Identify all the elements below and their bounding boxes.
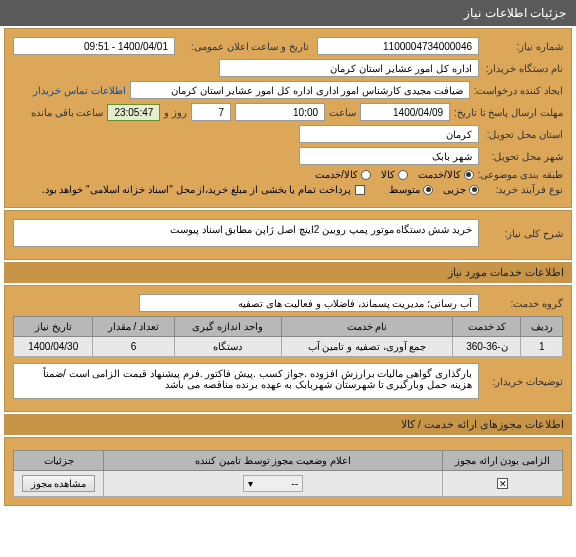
creator-label: ایجاد کننده درخواست: (474, 85, 563, 96)
cell-qty: 6 (93, 337, 174, 357)
city-field[interactable]: شهر بابک (299, 147, 479, 165)
table-header-row: ردیف کد خدمت نام خدمت واحد اندازه گیری ت… (14, 317, 563, 337)
service-group-label: گروه خدمت: (483, 298, 563, 309)
services-table: ردیف کد خدمت نام خدمت واحد اندازه گیری ت… (13, 316, 563, 357)
required-checkbox[interactable] (497, 478, 508, 489)
desc-label: شرح کلی نیاز: (483, 228, 563, 239)
permits-header: اطلاعات مجوزهای ارائه خدمت / کالا (4, 414, 572, 435)
contact-link[interactable]: اطلاعات تماس خریدار (33, 85, 126, 96)
state-field[interactable]: کرمان (299, 125, 479, 143)
time-label: ساعت (329, 107, 356, 118)
state-label: استان محل تحویل: (483, 129, 563, 140)
cell-detail: مشاهده مجوز (14, 471, 104, 497)
th-code: کد خدمت (453, 317, 521, 337)
status-select[interactable]: -- ▾ (243, 475, 303, 492)
th-unit: واحد اندازه گیری (174, 317, 281, 337)
deadline-time-field[interactable]: 10:00 (235, 103, 325, 121)
permits-section: الزامی بودن ارائه مجوز اعلام وضعیت مجوز … (4, 437, 572, 506)
payment-note: پرداخت تمام یا بخشی از مبلغ خرید،از محل … (42, 184, 351, 195)
view-permit-button[interactable]: مشاهده مجوز (22, 475, 96, 492)
payment-checkbox[interactable] (355, 185, 365, 195)
description-section: شرح کلی نیاز: خرید شش دستگاه موتور پمپ ر… (4, 210, 572, 260)
deadline-date-field[interactable]: 1400/04/09 (360, 103, 450, 121)
public-announce-field[interactable]: 1400/04/01 - 09:51 (13, 37, 175, 55)
need-number-field[interactable]: 1100004734000046 (317, 37, 479, 55)
table-row[interactable]: 1 ن-36-360 جمع آوری، تصفیه و تامین آب دس… (14, 337, 563, 357)
cell-status: -- ▾ (104, 471, 443, 497)
th-status: اعلام وضعیت مجوز توسط تامین کننده (104, 451, 443, 471)
th-detail: جزئیات (14, 451, 104, 471)
th-name: نام خدمت (281, 317, 453, 337)
cell-date: 1400/04/30 (14, 337, 93, 357)
page-title: جزئیات اطلاعات نیاز (464, 6, 566, 20)
buyer-org-field[interactable]: اداره کل امور عشایر استان کرمان (219, 59, 479, 77)
services-header: اطلاعات خدمات مورد نیاز (4, 262, 572, 283)
city-label: شهر محل تحویل: (483, 151, 563, 162)
permits-header-row: الزامی بودن ارائه مجوز اعلام وضعیت مجوز … (14, 451, 563, 471)
permits-table: الزامی بودن ارائه مجوز اعلام وضعیت مجوز … (13, 450, 563, 497)
creator-field[interactable]: ضیافت مجیدی کارشناس امور اداری اداره کل … (130, 81, 470, 99)
process-label: نوع فرآیند خرید: (483, 184, 563, 195)
cell-unit: دستگاه (174, 337, 281, 357)
page-header: جزئیات اطلاعات نیاز (0, 0, 576, 26)
days-label: روز و (164, 107, 187, 118)
remaining-label: ساعت باقی مانده (31, 107, 104, 118)
permits-row[interactable]: -- ▾ مشاهده مجوز (14, 471, 563, 497)
category-label: طبقه بندی موضوعی: (478, 169, 563, 180)
process-radio-partial[interactable] (469, 185, 479, 195)
cell-name: جمع آوری، تصفیه و تامین آب (281, 337, 453, 357)
services-section: گروه خدمت: آب رسانی؛ مدیریت پسماند، فاضل… (4, 285, 572, 412)
category-radio-group: کالا/خدمت کالا کالا/خدمت (315, 169, 474, 180)
th-qty: تعداد / مقدار (93, 317, 174, 337)
th-idx: ردیف (521, 317, 563, 337)
days-count-field[interactable]: 7 (191, 103, 231, 121)
main-form-section: شماره نیاز: 1100004734000046 تاریخ و ساع… (4, 28, 572, 208)
public-announce-label: تاریخ و ساعت اعلان عمومی: (179, 41, 309, 52)
cell-required (443, 471, 563, 497)
th-required: الزامی بودن ارائه مجوز (443, 451, 563, 471)
need-number-label: شماره نیاز: (483, 41, 563, 52)
deadline-label: مهلت ارسال پاسخ تا تاریخ: (454, 107, 563, 118)
category-radio-goods[interactable] (398, 170, 408, 180)
chevron-down-icon: ▾ (248, 478, 253, 489)
category-radio-service[interactable] (464, 170, 474, 180)
buyer-org-label: نام دستگاه خریدار: (483, 63, 563, 74)
process-radio-group: جزیی متوسط (389, 184, 479, 195)
cell-code: ن-36-360 (453, 337, 521, 357)
desc-textarea[interactable]: خرید شش دستگاه موتور پمپ روبین 2اینچ اصل… (13, 219, 479, 247)
service-group-field[interactable]: آب رسانی؛ مدیریت پسماند، فاضلاب و فعالیت… (139, 294, 479, 312)
buyer-notes-label: توضیحات خریدار: (483, 376, 563, 387)
buyer-notes-textarea[interactable]: بارگذاری گواهی مالیات برارزش افزوده .جوا… (13, 363, 479, 399)
cell-idx: 1 (521, 337, 563, 357)
th-date: تاریخ نیاز (14, 317, 93, 337)
category-radio-both[interactable] (361, 170, 371, 180)
process-radio-medium[interactable] (423, 185, 433, 195)
remaining-time-badge: 23:05:47 (107, 104, 160, 121)
